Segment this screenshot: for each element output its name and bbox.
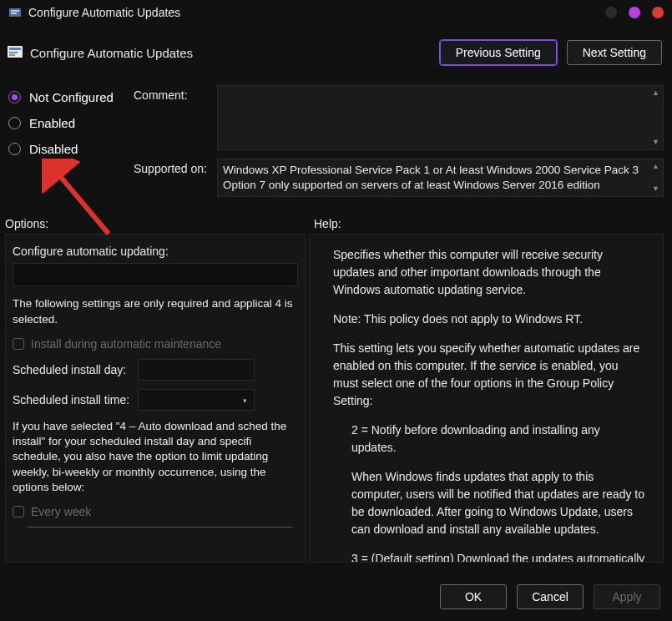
options-divider: [28, 527, 293, 528]
dialog-footer: OK Cancel Apply: [430, 584, 660, 609]
install-maintenance-label: Install during automatic maintenance: [31, 337, 221, 351]
next-setting-button[interactable]: Next Setting: [567, 40, 662, 65]
radio-not-configured[interactable]: Not Configured: [8, 90, 134, 104]
help-paragraph: Note: This policy does not apply to Wind…: [333, 310, 646, 328]
configure-updating-label: Configure automatic updating:: [13, 245, 298, 258]
supported-on-text: Windows XP Professional Service Pack 1 o…: [223, 164, 639, 191]
help-paragraph: 2 = Notify before downloading and instal…: [333, 422, 646, 457]
chevron-down-icon: ▾: [243, 396, 247, 405]
radio-label: Not Configured: [29, 90, 114, 104]
radio-icon: [8, 91, 21, 104]
install-maintenance-checkbox-row[interactable]: Install during automatic maintenance: [13, 337, 298, 351]
supported-on-box: Windows XP Professional Service Pack 1 o…: [217, 159, 664, 197]
radio-label: Disabled: [29, 142, 78, 156]
supported-label: Supported on:: [134, 159, 217, 197]
radio-icon: [8, 117, 21, 129]
options-required-note: The following settings are only required…: [13, 296, 298, 326]
scroll-up-icon[interactable]: ▲: [652, 89, 659, 97]
scheduled-day-dropdown[interactable]: [138, 359, 255, 381]
help-header: Help:: [306, 217, 664, 230]
apply-button[interactable]: Apply: [594, 584, 660, 609]
checkbox-icon: [13, 338, 24, 350]
comment-textarea[interactable]: ▲ ▼: [217, 85, 664, 150]
policy-title: Configure Automatic Updates: [30, 46, 430, 60]
cancel-button[interactable]: Cancel: [517, 584, 584, 609]
previous-setting-button[interactable]: Previous Setting: [440, 40, 557, 65]
every-week-label: Every week: [31, 505, 91, 518]
options-below-note: If you have selected "4 – Auto download …: [13, 419, 298, 495]
scroll-up-icon[interactable]: ▲: [652, 163, 659, 170]
policy-state-area: Not Configured Enabled Disabled Comment:…: [0, 72, 672, 205]
radio-icon: [8, 143, 21, 155]
radio-label: Enabled: [29, 116, 75, 130]
radio-disabled[interactable]: Disabled: [8, 142, 134, 156]
svg-rect-6: [9, 54, 15, 56]
ok-button[interactable]: OK: [440, 584, 507, 609]
scheduled-time-dropdown[interactable]: ▾: [138, 389, 255, 411]
svg-rect-2: [11, 13, 17, 14]
scroll-down-icon[interactable]: ▼: [652, 185, 659, 193]
app-icon: [8, 6, 22, 19]
policy-header-row: Configure Automatic Updates Previous Set…: [0, 25, 672, 72]
maximize-button[interactable]: [629, 7, 640, 18]
help-pane: Specifies whether this computer will rec…: [309, 234, 664, 563]
options-pane: Configure automatic updating: The follow…: [5, 234, 306, 563]
radio-enabled[interactable]: Enabled: [8, 116, 134, 130]
svg-rect-4: [9, 48, 21, 50]
window-title: Configure Automatic Updates: [28, 6, 594, 19]
every-week-checkbox-row[interactable]: Every week: [13, 505, 298, 518]
section-headers: Options: Help:: [0, 205, 672, 230]
comment-label: Comment:: [134, 85, 217, 150]
checkbox-icon: [13, 506, 24, 518]
scheduled-time-label: Scheduled install time:: [13, 393, 138, 406]
svg-rect-1: [11, 10, 19, 12]
help-paragraph: When Windows finds updates that apply to…: [333, 468, 646, 538]
scroll-down-icon[interactable]: ▼: [652, 139, 659, 146]
help-paragraph: Specifies whether this computer will rec…: [333, 246, 646, 299]
minimize-button[interactable]: [605, 7, 617, 18]
svg-rect-5: [9, 52, 18, 53]
lower-panels: Configure automatic updating: The follow…: [0, 230, 672, 563]
help-paragraph: 3 = (Default setting) Download the updat…: [333, 550, 646, 563]
radio-column: Not Configured Enabled Disabled: [8, 85, 134, 205]
options-header: Options:: [5, 217, 306, 230]
scheduled-day-label: Scheduled install day:: [13, 363, 138, 376]
configure-updating-dropdown[interactable]: [13, 263, 298, 286]
policy-icon: [7, 45, 23, 60]
window-titlebar: Configure Automatic Updates: [0, 0, 672, 25]
fields-column: Comment: ▲ ▼ Supported on: Windows XP Pr…: [134, 85, 664, 205]
close-button[interactable]: [652, 7, 664, 18]
help-paragraph: This setting lets you specify whether au…: [333, 340, 646, 410]
